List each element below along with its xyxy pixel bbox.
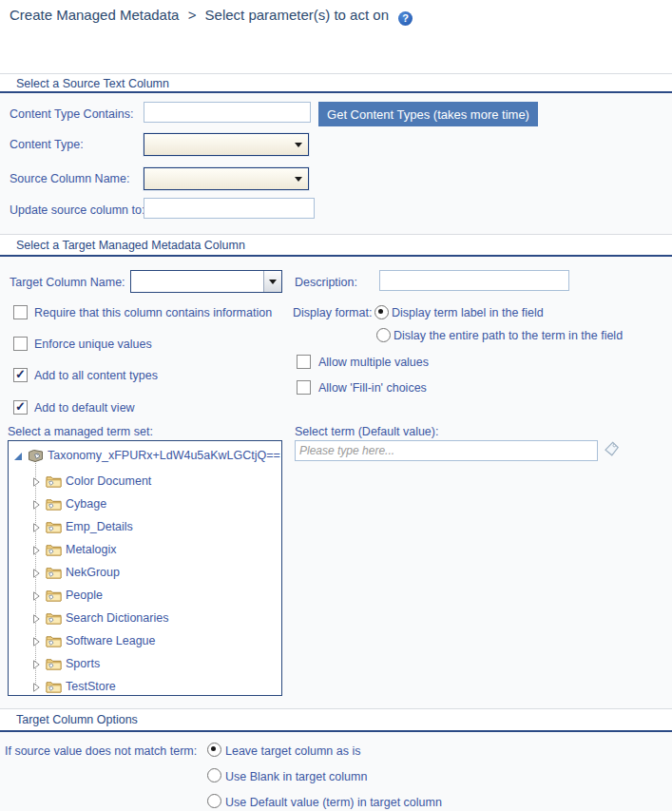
leave-target-as-is-radio[interactable] [207, 743, 221, 757]
tree-item-label[interactable]: NekGroup [66, 566, 120, 579]
tree-root-label[interactable]: Taxonomy_xFPURx+LdW4u5aKwLGCtjQ== [48, 449, 280, 462]
section-divider [0, 73, 672, 74]
allow-multiple-values-label: Allow multiple values [318, 356, 429, 369]
display-term-label-radio-label: Display term label in the field [392, 306, 544, 319]
term-set-folder-icon [46, 634, 62, 650]
select-term-input[interactable] [295, 440, 598, 461]
tree-item-label[interactable]: Software League [66, 634, 156, 647]
term-set-folder-icon [46, 657, 62, 673]
breadcrumb: Create Managed Metadata > Select paramet… [10, 7, 413, 26]
chevron-down-icon [295, 177, 302, 182]
tree-collapsed-icon[interactable] [31, 682, 41, 696]
tree-item-label[interactable]: Emp_Details [66, 520, 133, 533]
term-set-label: Select a managed term set: [8, 425, 153, 438]
tree-collapsed-icon[interactable] [31, 659, 41, 673]
term-set-folder-icon [46, 520, 62, 536]
content-type-label: Content Type: [10, 138, 84, 151]
use-blank-radio[interactable] [207, 768, 221, 782]
select-term-label: Select term (Default value): [295, 425, 438, 438]
tree-item-label[interactable]: Metalogix [66, 543, 117, 556]
description-label: Description: [295, 276, 357, 289]
options-section-rule [0, 730, 672, 732]
add-to-default-view-label: Add to default view [34, 401, 135, 415]
term-set-tree[interactable]: Taxonomy_xFPURx+LdW4u5aKwLGCtjQ== Color … [8, 440, 282, 696]
term-set-folder-icon [46, 497, 62, 513]
term-set-folder-icon [46, 611, 62, 628]
tree-collapsed-icon[interactable] [31, 476, 41, 491]
use-blank-label: Use Blank in target column [225, 770, 367, 783]
breadcrumb-secondary: Select parameter(s) to act on [205, 7, 389, 23]
allow-fill-in-label: Allow 'Fill-in' choices [318, 381, 427, 395]
source-section-title: Select a Source Text Column [16, 77, 169, 90]
tree-collapsed-icon[interactable] [31, 636, 41, 650]
tree-collapsed-icon[interactable] [31, 522, 41, 536]
tree-item-label[interactable]: People [66, 589, 103, 602]
target-section-title: Select a Target Managed Metadata Column [16, 239, 245, 252]
tree-collapsed-icon[interactable] [31, 545, 41, 559]
require-column-checkbox[interactable] [13, 305, 28, 319]
tree-item-label[interactable]: Cybage [66, 497, 106, 511]
use-default-value-radio[interactable] [207, 794, 221, 808]
display-entire-path-radio[interactable] [376, 328, 391, 342]
term-set-folder-icon [46, 680, 62, 696]
breadcrumb-primary[interactable]: Create Managed Metadata [10, 7, 179, 23]
add-to-default-view-checkbox[interactable] [13, 400, 28, 415]
chevron-down-icon [295, 143, 302, 147]
source-column-name-select[interactable] [144, 167, 309, 190]
section-divider [0, 234, 672, 235]
term-set-folder-icon [46, 566, 62, 582]
get-content-types-button[interactable]: Get Content Types (takes more time) [318, 102, 538, 126]
tree-collapsed-icon[interactable] [31, 613, 41, 628]
help-icon[interactable]: ? [398, 11, 413, 26]
update-source-column-input[interactable] [144, 198, 315, 219]
tree-item-label[interactable]: Color Document [66, 474, 151, 488]
section-divider [0, 708, 672, 709]
add-to-all-content-types-checkbox[interactable] [13, 368, 28, 382]
tag-icon[interactable] [603, 440, 621, 462]
display-term-label-radio[interactable] [374, 305, 389, 319]
combo-dropdown-button[interactable] [263, 271, 281, 292]
target-section-rule [0, 255, 672, 257]
allow-multiple-values-checkbox[interactable] [297, 355, 311, 369]
tree-item-label[interactable]: Search Dictionaries [66, 611, 168, 625]
no-match-prompt: If source value does not match term: [5, 744, 197, 758]
content-type-select[interactable] [144, 133, 309, 156]
require-column-label: Require that this column contains inform… [34, 306, 272, 319]
use-default-value-label: Use Default value (term) in target colum… [225, 796, 442, 809]
term-set-folder-icon [46, 474, 62, 491]
content-type-contains-label: Content Type Contains: [10, 107, 133, 121]
breadcrumb-separator: > [188, 7, 197, 23]
tree-collapsed-icon[interactable] [31, 499, 41, 513]
tree-collapsed-icon[interactable] [31, 590, 41, 605]
page: Create Managed Metadata > Select paramet… [0, 0, 672, 811]
tree-collapsed-icon[interactable] [31, 568, 41, 582]
source-section-rule [0, 91, 672, 93]
description-input[interactable] [379, 270, 569, 291]
term-set-folder-icon [46, 589, 62, 605]
display-entire-path-radio-label: Dislay the entire path to the term in th… [394, 329, 623, 342]
tree-item-label[interactable]: TestStore [66, 680, 116, 693]
term-set-folder-icon [46, 543, 62, 559]
add-to-all-content-types-label: Add to all content types [34, 369, 158, 382]
tree-expanded-icon[interactable] [13, 451, 23, 464]
term-store-icon [28, 449, 44, 466]
options-section-title: Target Column Options [16, 713, 138, 726]
allow-fill-in-checkbox[interactable] [297, 380, 311, 395]
enforce-unique-label: Enforce unique values [34, 338, 152, 351]
chevron-down-icon [269, 280, 277, 284]
leave-target-as-is-label: Leave target column as is [225, 744, 360, 758]
target-column-name-combo[interactable] [130, 270, 282, 293]
update-source-column-label: Update source column to: [10, 203, 144, 217]
tree-item-label[interactable]: Sports [66, 657, 100, 670]
enforce-unique-checkbox[interactable] [13, 337, 28, 351]
display-format-label: Display format: [293, 306, 372, 319]
content-type-contains-input[interactable] [144, 102, 311, 123]
source-column-name-label: Source Column Name: [10, 172, 129, 185]
target-column-name-label: Target Column Name: [10, 276, 125, 289]
